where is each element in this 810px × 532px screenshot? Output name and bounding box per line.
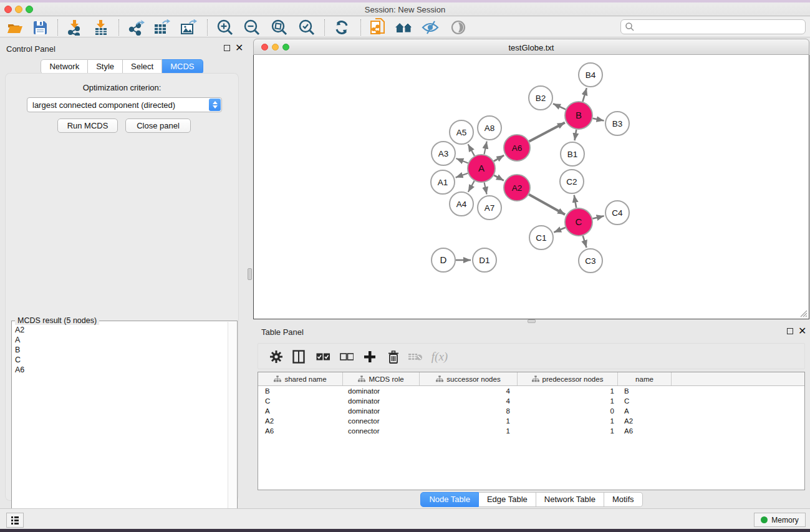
graph-node-A6[interactable]: A6 — [504, 135, 530, 161]
table-cell[interactable]: 1 — [518, 397, 618, 405]
delete-column-button[interactable] — [383, 347, 403, 367]
table-cell[interactable]: dominator — [343, 407, 420, 415]
network-graph[interactable]: B4B2BB3A5A8A6A3B1AA1C2A2A4A7C4CC1DD1C3 — [254, 55, 809, 318]
zoom-in-button[interactable] — [214, 18, 236, 37]
table-cell[interactable]: dominator — [343, 387, 420, 395]
table-cell[interactable]: 8 — [420, 407, 518, 415]
network-window-titlebar[interactable]: testGlobe.txt — [253, 39, 809, 55]
table-cell[interactable]: A2 — [618, 417, 672, 425]
table-row[interactable]: A2connector11A2 — [258, 416, 804, 426]
tab-network-table[interactable]: Network Table — [536, 492, 604, 507]
run-mcds-button[interactable]: Run MCDS — [57, 118, 118, 133]
graph-node-A5[interactable]: A5 — [450, 120, 473, 144]
table-cell[interactable]: 1 — [518, 427, 618, 435]
graph-node-C[interactable]: C — [565, 208, 592, 236]
table-cell[interactable]: 1 — [420, 427, 518, 435]
table-cell[interactable]: 1 — [518, 417, 618, 425]
zoom-fit-button[interactable] — [268, 18, 291, 37]
table-row[interactable]: Bdominator41B — [258, 386, 804, 396]
import-network-button[interactable] — [64, 18, 86, 37]
home-view-button[interactable] — [393, 18, 415, 37]
node-table[interactable]: shared nameMCDS rolesuccessor nodesprede… — [258, 372, 805, 490]
table-cell[interactable]: 1 — [518, 387, 618, 395]
graph-node-A3[interactable]: A3 — [432, 142, 455, 165]
mcds-result-item[interactable]: A — [12, 335, 228, 345]
duplicate-network-button[interactable] — [367, 18, 389, 37]
show-columns-button[interactable] — [289, 347, 309, 367]
table-cell[interactable]: 4 — [420, 387, 518, 395]
close-panel-icon[interactable]: ✕ — [798, 328, 806, 334]
save-session-button[interactable] — [29, 18, 51, 37]
graph-node-A[interactable]: A — [468, 155, 495, 182]
graph-node-C3[interactable]: C3 — [579, 249, 602, 273]
resize-grip-icon[interactable] — [799, 309, 808, 317]
graph-node-C2[interactable]: C2 — [560, 170, 584, 193]
delete-table-button[interactable] — [405, 347, 425, 367]
add-column-button[interactable] — [360, 347, 380, 367]
column-header-predecessor-nodes[interactable]: predecessor nodes — [518, 372, 618, 385]
zoom-selected-button[interactable] — [296, 18, 318, 37]
column-header-successor-nodes[interactable]: successor nodes — [420, 372, 518, 385]
mcds-result-item[interactable]: A6 — [12, 365, 228, 375]
column-header-shared-name[interactable]: shared name — [258, 372, 343, 385]
table-cell[interactable]: B — [258, 387, 343, 395]
graph-node-A4[interactable]: A4 — [450, 192, 473, 216]
memory-button[interactable]: Memory — [754, 513, 806, 527]
table-cell[interactable]: connector — [343, 417, 420, 425]
select-all-button[interactable] — [313, 347, 333, 367]
close-panel-button[interactable]: Close panel — [125, 118, 191, 133]
search-input[interactable] — [620, 19, 806, 34]
graph-node-B4[interactable]: B4 — [579, 63, 602, 87]
table-cell[interactable]: 0 — [518, 407, 618, 415]
table-settings-button[interactable] — [266, 347, 286, 367]
table-cell[interactable]: connector — [343, 427, 420, 435]
tab-motifs[interactable]: Motifs — [604, 492, 643, 507]
table-row[interactable]: Adominator80A — [258, 406, 804, 416]
refresh-button[interactable] — [330, 18, 353, 37]
result-scrollbar[interactable] — [228, 322, 236, 529]
graph-node-A8[interactable]: A8 — [478, 116, 501, 140]
table-row[interactable]: A6connector11A6 — [258, 426, 804, 436]
table-cell[interactable]: C — [258, 397, 343, 405]
table-cell[interactable]: 1 — [420, 417, 518, 425]
table-cell[interactable]: B — [618, 387, 672, 395]
tab-style[interactable]: Style — [88, 59, 123, 74]
zoom-out-button[interactable] — [241, 18, 263, 37]
graph-node-B2[interactable]: B2 — [529, 86, 552, 110]
export-network-button[interactable] — [125, 18, 147, 37]
table-cell[interactable]: A6 — [258, 427, 343, 435]
export-image-button[interactable] — [178, 18, 200, 37]
deselect-all-button[interactable] — [337, 347, 357, 367]
criterion-dropdown[interactable]: largest connected component (directed) — [27, 97, 222, 112]
import-table-button[interactable] — [90, 18, 112, 37]
column-header-MCDS-role[interactable]: MCDS role — [343, 372, 420, 385]
graph-node-D1[interactable]: D1 — [473, 248, 496, 272]
graph-node-C1[interactable]: C1 — [529, 226, 553, 249]
table-cell[interactable]: A — [618, 407, 672, 415]
table-cell[interactable]: A2 — [258, 417, 343, 425]
graph-node-A7[interactable]: A7 — [478, 196, 501, 220]
tab-select[interactable]: Select — [123, 59, 162, 74]
function-builder-button[interactable]: f(x) — [430, 347, 450, 367]
task-history-button[interactable] — [6, 513, 24, 528]
tab-mcds[interactable]: MCDS — [162, 59, 203, 74]
graph-node-A1[interactable]: A1 — [431, 170, 455, 194]
tab-edge-table[interactable]: Edge Table — [479, 492, 536, 507]
graph-node-B[interactable]: B — [565, 102, 592, 129]
table-cell[interactable]: A — [258, 407, 343, 415]
table-cell[interactable]: 4 — [420, 397, 518, 405]
mcds-result-item[interactable]: C — [12, 355, 228, 365]
float-panel-icon[interactable] — [787, 328, 793, 334]
graph-node-A2[interactable]: A2 — [504, 175, 530, 201]
column-header-name[interactable]: name — [618, 372, 672, 385]
show-view-button[interactable] — [447, 18, 470, 37]
graph-node-C4[interactable]: C4 — [605, 201, 629, 225]
panel-splitter-grabber[interactable] — [248, 268, 252, 280]
mcds-result-item[interactable]: B — [12, 345, 228, 355]
hide-graphics-details-button[interactable] — [419, 18, 441, 37]
float-panel-icon[interactable] — [224, 45, 230, 51]
table-row[interactable]: Cdominator41C — [258, 396, 804, 406]
network-canvas[interactable]: B4B2BB3A5A8A6A3B1AA1C2A2A4A7C4CC1DD1C3 — [253, 55, 809, 319]
table-cell[interactable]: A6 — [618, 427, 672, 435]
close-panel-icon[interactable]: ✕ — [235, 45, 243, 51]
